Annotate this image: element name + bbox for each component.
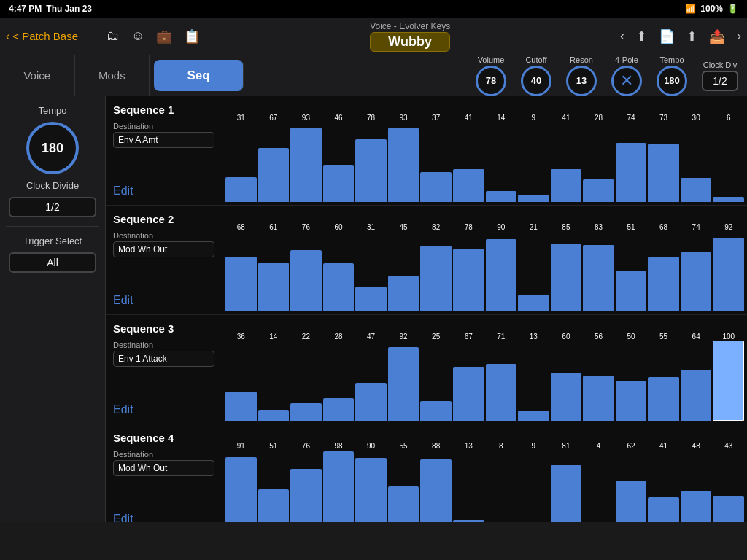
- bar: [648, 257, 679, 311]
- bar: [258, 262, 290, 311]
- bar-wrap: 30: [681, 114, 712, 202]
- tab-mods[interactable]: Mods: [75, 55, 150, 96]
- bar-wrap: 74: [681, 223, 712, 311]
- bar-wrap: 55: [648, 332, 679, 421]
- tab-bar: Voice Mods Seq: [0, 55, 248, 96]
- bar-wrap: 46: [323, 114, 355, 202]
- clipboard-icon[interactable]: 📋: [184, 28, 200, 44]
- back-button[interactable]: ‹ < Patch Base: [6, 30, 101, 43]
- time: 4:47 PM: [9, 4, 42, 14]
- bar-wrap: 61: [258, 223, 290, 311]
- bar: [420, 246, 452, 311]
- nav-title-center: Voice - Evolver Keys Wubby: [200, 21, 620, 52]
- bar-wrap: 28: [323, 332, 355, 421]
- seq-name-4: Sequence 4: [113, 432, 214, 444]
- reson-knob[interactable]: 13: [566, 66, 597, 96]
- bar-wrap: 6: [713, 114, 744, 202]
- bar: [616, 143, 647, 202]
- bar: [225, 457, 257, 522]
- bar: [225, 177, 257, 202]
- bar-wrap: 67: [258, 114, 290, 202]
- bar-wrap: 50: [616, 332, 647, 421]
- bar-wrap: 51: [616, 223, 647, 311]
- sidebar-tempo-knob[interactable]: 180: [26, 122, 79, 174]
- bar: [648, 377, 679, 421]
- bar-wrap: 47: [355, 332, 387, 421]
- bar: [648, 497, 679, 522]
- bar-wrap: 51: [258, 442, 290, 522]
- divider: [6, 226, 99, 227]
- bar: [583, 245, 614, 311]
- bar: [388, 276, 419, 312]
- battery: 100%: [700, 4, 723, 14]
- bar-wrap: 22: [290, 332, 322, 421]
- seq-dest-value-3[interactable]: Env 1 Attack: [113, 351, 214, 367]
- bar-wrap: 68: [648, 223, 679, 311]
- seq-dest-label-1: Destination: [113, 122, 214, 131]
- seq-dest-value-4[interactable]: Mod Wh Out: [113, 460, 214, 476]
- cutoff-knob[interactable]: 40: [521, 66, 551, 96]
- params-row: Volume 78 Cutoff 40 Reson 13 4-Pole ✕: [248, 55, 747, 96]
- bar: [355, 287, 387, 311]
- bar: [583, 376, 614, 421]
- device-name: Voice - Evolver Keys: [370, 21, 450, 31]
- seq-dest-label-4: Destination: [113, 450, 214, 459]
- bar-wrap: 83: [583, 223, 614, 311]
- status-bar: 4:47 PM Thu Jan 23 📶 100% 🔋: [0, 0, 747, 18]
- nav-right-icons: ‹ ⬆ 📄 ⬆ 📤 ›: [620, 28, 741, 44]
- next-icon[interactable]: ›: [737, 28, 741, 44]
- bar: [616, 381, 647, 421]
- bar: [486, 364, 517, 421]
- bar: [355, 383, 387, 421]
- tab-voice[interactable]: Voice: [0, 55, 75, 96]
- seq-dest-label-3: Destination: [113, 341, 214, 349]
- patch-name[interactable]: Wubby: [370, 32, 450, 52]
- seq-dest-value-2[interactable]: Mod Wh Out: [113, 241, 214, 257]
- seq-edit-4[interactable]: Edit: [113, 513, 214, 522]
- upload-icon[interactable]: ⬆: [636, 28, 647, 44]
- share-icon[interactable]: ⬆: [686, 28, 697, 44]
- seq-left-2: Sequence 2 Destination Mod Wh Out Edit: [106, 206, 222, 314]
- 4pole-knob[interactable]: ✕: [611, 66, 642, 96]
- prev-icon[interactable]: ‹: [620, 28, 624, 44]
- clock-div-value[interactable]: 1/2: [702, 71, 738, 91]
- tab-seq[interactable]: Seq: [154, 60, 244, 91]
- bar-wrap: 68: [225, 223, 257, 311]
- nav-bar: ‹ < Patch Base 🗂 ☺ 💼 📋 Voice - Evolver K…: [0, 18, 747, 55]
- bar-wrap: 78: [355, 114, 387, 202]
- doc-icon[interactable]: 📄: [659, 28, 675, 44]
- seq-edit-3[interactable]: Edit: [113, 403, 214, 416]
- bar: [551, 465, 582, 522]
- bar-wrap: 92: [713, 223, 744, 311]
- bar-wrap: 90: [486, 223, 517, 311]
- seq-dest-value-1[interactable]: Env A Amt: [113, 132, 214, 148]
- bar-wrap: 100: [713, 332, 744, 421]
- bar-wrap: 36: [225, 332, 257, 421]
- date: Thu Jan 23: [46, 4, 92, 14]
- bar: [453, 367, 484, 421]
- bar-wrap: 60: [323, 223, 355, 311]
- bar-wrap: 25: [420, 332, 452, 421]
- clock-divide-value[interactable]: 1/2: [9, 197, 96, 217]
- bar: [225, 257, 257, 311]
- export-icon[interactable]: 📤: [709, 28, 725, 44]
- clock-divide-label: Clock Divide: [26, 180, 79, 191]
- bar: [258, 410, 290, 421]
- folder-icon[interactable]: 🗂: [107, 28, 120, 44]
- tempo-knob[interactable]: 180: [657, 66, 687, 96]
- bar: [355, 139, 387, 202]
- briefcase-icon[interactable]: 💼: [156, 28, 172, 44]
- bar-wrap: 60: [551, 332, 582, 421]
- face-icon[interactable]: ☺: [131, 28, 144, 44]
- bar: [388, 347, 419, 421]
- bar: [713, 341, 744, 421]
- trigger-select-value[interactable]: All: [9, 252, 96, 273]
- seq-edit-1[interactable]: Edit: [113, 184, 214, 198]
- tempo-label: Tempo: [38, 105, 66, 116]
- bar: [681, 370, 712, 421]
- seq-name-1: Sequence 1: [113, 104, 214, 116]
- bar-wrap: 21: [518, 223, 549, 311]
- seq-edit-2[interactable]: Edit: [113, 294, 214, 307]
- param-4pole: 4-Pole ✕: [611, 55, 642, 96]
- volume-knob[interactable]: 78: [476, 66, 506, 96]
